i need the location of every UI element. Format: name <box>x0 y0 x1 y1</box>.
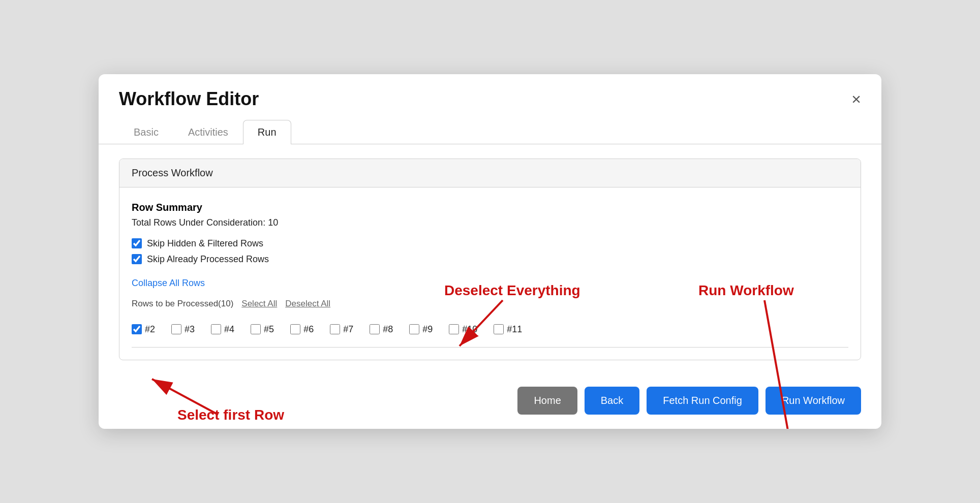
row-checkbox-11[interactable] <box>494 324 504 334</box>
row-label-2: #2 <box>145 324 155 335</box>
tab-basic[interactable]: Basic <box>119 120 173 144</box>
row-label-6: #6 <box>303 324 314 335</box>
row-checkbox-8[interactable] <box>370 324 380 334</box>
row-check-7: #7 <box>330 324 353 335</box>
skip-hidden-row: Skip Hidden & Filtered Rows <box>132 238 848 249</box>
section-header: Process Workflow <box>119 159 861 187</box>
content-area: Process Workflow Row Summary Total Rows … <box>99 144 881 376</box>
tab-run[interactable]: Run <box>243 120 291 144</box>
skip-hidden-label: Skip Hidden & Filtered Rows <box>147 238 263 249</box>
deselect-all-link[interactable]: Deselect All <box>285 299 330 309</box>
row-check-10: #10 <box>449 324 477 335</box>
run-workflow-button[interactable]: Run Workflow <box>765 387 861 415</box>
row-check-11: #11 <box>494 324 522 335</box>
rows-to-process-label: Rows to be Processed(10) <box>132 299 233 309</box>
select-all-link[interactable]: Select All <box>241 299 277 309</box>
row-checkbox-9[interactable] <box>409 324 419 334</box>
tab-activities[interactable]: Activities <box>173 120 243 144</box>
row-label-8: #8 <box>383 324 393 335</box>
row-checkbox-10[interactable] <box>449 324 459 334</box>
skip-processed-row: Skip Already Processed Rows <box>132 254 848 265</box>
dialog-header: Workflow Editor × <box>99 74 881 110</box>
row-check-3: #3 <box>171 324 195 335</box>
skip-hidden-checkbox[interactable] <box>132 238 142 248</box>
home-button[interactable]: Home <box>517 387 577 415</box>
skip-processed-label: Skip Already Processed Rows <box>147 254 269 265</box>
row-check-5: #5 <box>251 324 274 335</box>
collapse-all-rows-link[interactable]: Collapse All Rows <box>132 278 205 289</box>
row-check-6: #6 <box>290 324 314 335</box>
row-checkbox-4[interactable] <box>211 324 221 334</box>
row-check-2: #2 <box>132 324 155 335</box>
tabs-bar: Basic Activities Run <box>99 120 881 144</box>
row-checkbox-6[interactable] <box>290 324 300 334</box>
rows-process-bar: Rows to be Processed(10) Select All Dese… <box>132 299 848 309</box>
workflow-editor-dialog: Workflow Editor × Basic Activities Run P… <box>99 74 881 429</box>
row-checkboxes-group: #2 #3 #4 #5 <box>132 319 848 343</box>
total-rows-label: Total Rows Under Consideration: 10 <box>132 217 848 228</box>
footer-actions: Home Back Fetch Run Config Run Workflow <box>99 376 881 429</box>
fetch-run-config-button[interactable]: Fetch Run Config <box>647 387 758 415</box>
row-label-10: #10 <box>462 324 477 335</box>
section-body: Row Summary Total Rows Under Considerati… <box>119 187 861 360</box>
row-label-3: #3 <box>185 324 195 335</box>
row-check-8: #8 <box>370 324 393 335</box>
dialog-title: Workflow Editor <box>119 88 259 110</box>
row-checkbox-7[interactable] <box>330 324 340 334</box>
skip-processed-checkbox[interactable] <box>132 254 142 264</box>
row-label-5: #5 <box>264 324 274 335</box>
row-label-11: #11 <box>507 324 522 335</box>
row-label-7: #7 <box>343 324 353 335</box>
row-label-9: #9 <box>422 324 433 335</box>
row-checkbox-3[interactable] <box>171 324 181 334</box>
row-checkbox-2[interactable] <box>132 324 142 334</box>
row-check-9: #9 <box>409 324 433 335</box>
process-workflow-section: Process Workflow Row Summary Total Rows … <box>119 159 861 360</box>
back-button[interactable]: Back <box>585 387 639 415</box>
row-check-4: #4 <box>211 324 234 335</box>
row-label-4: #4 <box>224 324 234 335</box>
row-checkbox-5[interactable] <box>251 324 261 334</box>
divider <box>132 347 848 348</box>
row-summary-title: Row Summary <box>132 202 848 213</box>
close-button[interactable]: × <box>851 91 861 107</box>
